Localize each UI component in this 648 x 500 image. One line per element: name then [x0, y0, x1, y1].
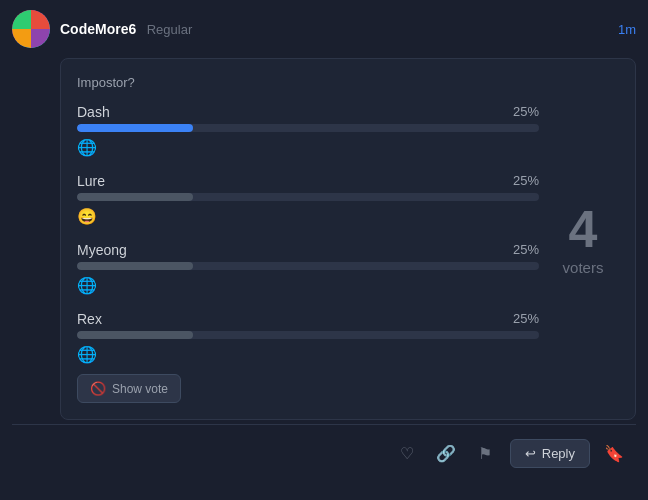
- poll-question: Impostor?: [77, 75, 539, 90]
- avatar-image: [12, 10, 50, 48]
- poll-option-label-2: Myeong: [77, 242, 127, 258]
- poll-bar-fill-3: [77, 331, 193, 339]
- poll-option-0: Dash 25% 🌐: [77, 104, 539, 157]
- poll-option-header-0: Dash 25%: [77, 104, 539, 120]
- flag-button[interactable]: ⚑: [474, 440, 496, 467]
- poll-bar-bg-2: [77, 262, 539, 270]
- voter-avatar-0: 🌐: [77, 138, 539, 157]
- voters-count: 4: [569, 203, 598, 255]
- bookmark-button[interactable]: 🔖: [604, 444, 624, 463]
- poll-option-pct-0: 25%: [513, 104, 539, 120]
- poll-option-pct-3: 25%: [513, 311, 539, 327]
- divider: [12, 424, 636, 425]
- poll-option-header-3: Rex 25%: [77, 311, 539, 327]
- post-header: CodeMore6 Regular 1m: [12, 10, 636, 48]
- reply-label: Reply: [542, 446, 575, 461]
- link-button[interactable]: 🔗: [432, 440, 460, 467]
- show-vote-label: Show vote: [112, 382, 168, 396]
- poll-option-2: Myeong 25% 🌐: [77, 242, 539, 295]
- user-info: CodeMore6 Regular: [60, 20, 192, 38]
- like-button[interactable]: ♡: [396, 440, 418, 467]
- poll-bar-fill-2: [77, 262, 193, 270]
- poll-bar-bg-3: [77, 331, 539, 339]
- poll-option-header-1: Lure 25%: [77, 173, 539, 189]
- poll-option-pct-2: 25%: [513, 242, 539, 258]
- eye-slash-icon: 🚫: [90, 381, 106, 396]
- voter-avatar-1: 😄: [77, 207, 539, 226]
- voters-label: voters: [563, 259, 604, 276]
- poll-bar-fill-1: [77, 193, 193, 201]
- post-time: 1m: [618, 22, 636, 37]
- post-container: CodeMore6 Regular 1m Impostor? Dash 25% …: [0, 0, 648, 478]
- show-vote-button[interactable]: 🚫 Show vote: [77, 374, 181, 403]
- poll-option-pct-1: 25%: [513, 173, 539, 189]
- poll-option-3: Rex 25% 🌐: [77, 311, 539, 364]
- poll-bar-fill-0: [77, 124, 193, 132]
- poll-option-label-3: Rex: [77, 311, 102, 327]
- poll-bar-bg-0: [77, 124, 539, 132]
- voter-avatar-3: 🌐: [77, 345, 539, 364]
- poll-option-label-0: Dash: [77, 104, 110, 120]
- user-badge: Regular: [147, 22, 193, 37]
- poll-option-1: Lure 25% 😄: [77, 173, 539, 226]
- poll-option-label-1: Lure: [77, 173, 105, 189]
- poll-bar-bg-1: [77, 193, 539, 201]
- poll-content: Impostor? Dash 25% 🌐 Lure 25%: [77, 75, 539, 403]
- post-footer: ♡ 🔗 ⚑ ↩ Reply 🔖: [12, 429, 636, 478]
- username: CodeMore6: [60, 21, 136, 37]
- poll-option-header-2: Myeong 25%: [77, 242, 539, 258]
- poll-wrapper: Impostor? Dash 25% 🌐 Lure 25%: [60, 58, 636, 420]
- poll-voters: 4 voters: [539, 75, 619, 403]
- post-header-left: CodeMore6 Regular: [12, 10, 192, 48]
- voter-avatar-2: 🌐: [77, 276, 539, 295]
- reply-button[interactable]: ↩ Reply: [510, 439, 590, 468]
- avatar: [12, 10, 50, 48]
- reply-arrow-icon: ↩: [525, 446, 536, 461]
